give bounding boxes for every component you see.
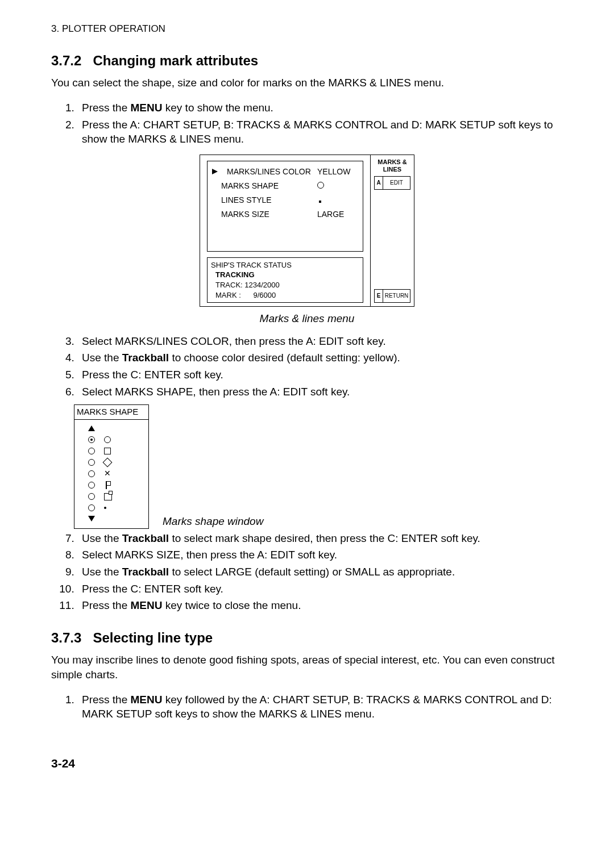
- section-num: 3.7.2: [51, 53, 81, 68]
- page-number: 3-24: [51, 756, 563, 771]
- trackball-key: Trackball: [122, 352, 169, 364]
- softkey-letter: A: [375, 177, 383, 189]
- radio-selected-icon: [88, 436, 95, 443]
- menu-item-size: MARKS SIZE LARGE: [211, 207, 359, 222]
- trackball-key: Trackball: [122, 566, 169, 578]
- softkey-e-return: E RETURN: [374, 289, 410, 303]
- intro-text-373: You may inscribe lines to denote good fi…: [51, 653, 563, 682]
- status-track: TRACK: 1234/2000: [211, 280, 359, 290]
- text: Press the: [82, 694, 131, 706]
- menu-item-shape: MARKS SHAPE: [211, 179, 359, 193]
- text: Use the: [82, 566, 122, 578]
- value: YELLOW: [317, 166, 357, 177]
- scroll-down-icon: [88, 516, 95, 521]
- steps-list-2: Select MARKS/LINES COLOR, then press the…: [51, 334, 563, 399]
- step-4: Use the Trackball to choose color desire…: [77, 350, 563, 365]
- radio-icon: [88, 448, 95, 454]
- line1: MARKS &: [377, 158, 406, 165]
- menu-key: MENU: [131, 102, 163, 114]
- step-8: Select MARKS SIZE, then press the A: EDI…: [77, 548, 563, 562]
- panel-title: MARKS & LINES: [374, 158, 410, 173]
- radio-icon: [88, 459, 95, 466]
- x-icon: ✕: [104, 468, 111, 479]
- label: MARKS SHAPE: [221, 181, 279, 190]
- scroll-up-icon: [88, 425, 95, 431]
- menu-key: MENU: [131, 694, 163, 706]
- step-2: Press the A: CHART SETUP, B: TRACKS & MA…: [77, 118, 563, 147]
- section-num: 3.7.3: [51, 630, 81, 645]
- text: key twice to close the menu.: [163, 599, 301, 611]
- cursor-icon: [212, 169, 225, 174]
- text: key to show the menu.: [163, 102, 273, 114]
- text: to select LARGE (default setting) or SMA…: [169, 566, 455, 578]
- section-title: Selecting line type: [93, 630, 213, 645]
- block-icon: [104, 493, 112, 500]
- intro-text-372: You can select the shape, size and color…: [51, 76, 563, 90]
- diamond-icon: [103, 458, 113, 468]
- text: to select mark shape desired, then press…: [169, 532, 480, 544]
- radio-icon: [88, 504, 95, 511]
- value: LARGE: [317, 209, 357, 220]
- softkey-label: RETURN: [383, 290, 410, 302]
- step-7: Use the Trackball to select mark shape d…: [77, 531, 563, 546]
- softkey-letter: E: [375, 290, 383, 302]
- step-9: Use the Trackball to select LARGE (defau…: [77, 565, 563, 579]
- text: Use the: [82, 532, 122, 544]
- radio-icon: [88, 493, 95, 500]
- label: MARKS SIZE: [221, 210, 269, 219]
- radio-icon: [88, 482, 95, 489]
- status-mode: TRACKING: [211, 270, 359, 280]
- flag-icon: [104, 482, 110, 489]
- dot-icon: [104, 507, 106, 509]
- section-title: Changing mark attributes: [93, 53, 258, 68]
- text: to choose color desired (default setting…: [169, 352, 400, 364]
- label: LINES STYLE: [221, 195, 272, 205]
- menu-list: MARKS/LINES COLOR YELLOW MARKS SHAPE LIN…: [207, 161, 363, 252]
- steps-list-1: Press the MENU key to show the menu. Pre…: [51, 101, 563, 147]
- line2: LINES: [383, 166, 401, 173]
- status-title: SHIP'S TRACK STATUS: [211, 260, 359, 270]
- menu-item-color: MARKS/LINES COLOR YELLOW: [211, 165, 359, 179]
- dot-line-icon: [317, 201, 323, 203]
- text: Use the: [82, 352, 122, 364]
- menu-item-lines: LINES STYLE: [211, 193, 359, 207]
- marks-lines-menu-figure: MARKS/LINES COLOR YELLOW MARKS SHAPE LIN…: [51, 155, 563, 307]
- section-heading-373: 3.7.3 Selecting line type: [51, 629, 563, 647]
- steps-list-3: Use the Trackball to select mark shape d…: [51, 531, 563, 613]
- trackball-key: Trackball: [122, 532, 169, 544]
- shape-body: ✕: [74, 420, 148, 528]
- step-1b: Press the MENU key followed by the A: CH…: [77, 692, 563, 721]
- step-5: Press the C: ENTER soft key.: [77, 368, 563, 382]
- menu-key: MENU: [131, 599, 163, 611]
- track-status-box: SHIP'S TRACK STATUS TRACKING TRACK: 1234…: [207, 257, 363, 303]
- label: MARKS/LINES COLOR: [227, 167, 311, 176]
- value: [317, 195, 357, 206]
- radio-icon: [88, 470, 95, 477]
- softkey-label: EDIT: [383, 177, 410, 189]
- marks-shape-figure: MARKS SHAPE ✕ Marks shape window: [74, 404, 563, 528]
- circle-icon: [317, 182, 324, 189]
- step-10: Press the C: ENTER soft key.: [77, 582, 563, 596]
- figure-caption-1: Marks & lines menu: [51, 311, 563, 326]
- shape-box-title: MARKS SHAPE: [74, 405, 148, 419]
- step-3: Select MARKS/LINES COLOR, then press the…: [77, 334, 563, 349]
- square-icon: [104, 448, 111, 454]
- section-heading-372: 3.7.2 Changing mark attributes: [51, 52, 563, 70]
- circle-icon: [104, 436, 111, 443]
- step-1: Press the MENU key to show the menu.: [77, 101, 563, 115]
- figure-caption-2: Marks shape window: [163, 514, 263, 529]
- text: Press the: [82, 599, 131, 611]
- text: Press the: [82, 102, 131, 114]
- step-11: Press the MENU key twice to close the me…: [77, 598, 563, 613]
- softkey-a-edit: A EDIT: [374, 176, 410, 190]
- steps-list-4: Press the MENU key followed by the A: CH…: [51, 692, 563, 721]
- status-mark: MARK : 9/6000: [211, 290, 359, 301]
- value: [317, 181, 357, 191]
- page-header: 3. PLOTTER OPERATION: [51, 23, 563, 36]
- step-6: Select MARKS SHAPE, then press the A: ED…: [77, 385, 563, 399]
